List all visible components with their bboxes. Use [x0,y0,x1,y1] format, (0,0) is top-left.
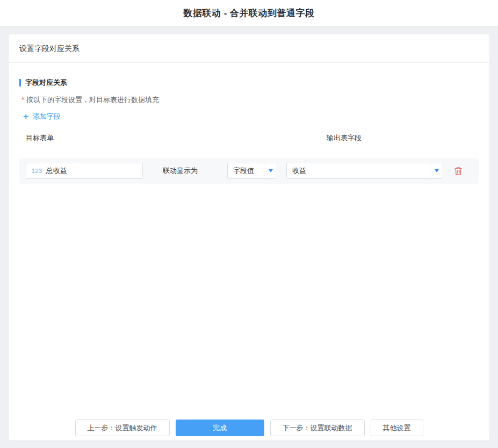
output-field-select[interactable]: 收益 [286,163,443,179]
column-header-target-form: 目标表单 [26,133,54,143]
finish-button[interactable]: 完成 [176,420,264,436]
panel-footer: 上一步：设置触发动作 完成 下一步：设置联动数据 其他设置 [9,415,489,440]
chevron-down-icon [430,163,443,178]
add-field-button[interactable]: ＋ 添加字段 [19,112,61,121]
panel-title: 设置字段对应关系 [19,44,80,53]
accent-bar [19,79,21,86]
display-as-label: 联动显示为 [163,166,198,176]
chevron-down-icon [264,163,277,178]
dialog-header: 数据联动 - 合并联动到普通字段 [0,0,498,27]
display-mode-value: 字段值 [228,166,264,176]
panel-header: 设置字段对应关系 [9,34,489,63]
target-field-value: 总收益 [46,166,67,176]
column-header-output-field: 输出表字段 [327,133,362,143]
field-mapping-row: 123 总收益 联动显示为 字段值 收益 [19,158,479,184]
page-title: 数据联动 - 合并联动到普通字段 [183,7,314,19]
table-header-row: 目标表单 输出表字段 [19,133,479,148]
output-field-value: 收益 [287,166,430,176]
other-settings-button[interactable]: 其他设置 [371,420,423,436]
trash-icon [454,167,463,176]
section-title: 字段对应关系 [19,78,479,88]
main-panel: 设置字段对应关系 字段对应关系 *按以下的字段设置，对目标表进行数据填充 ＋ 添… [9,34,489,440]
prev-step-button[interactable]: 上一步：设置触发动作 [75,420,170,436]
number-field-type-icon: 123 [32,168,42,174]
display-mode-select[interactable]: 字段值 [227,163,277,179]
target-field-input[interactable]: 123 总收益 [26,163,143,179]
panel-body: 字段对应关系 *按以下的字段设置，对目标表进行数据填充 ＋ 添加字段 目标表单 … [9,63,489,415]
section-description: *按以下的字段设置，对目标表进行数据填充 [19,95,479,105]
add-field-label: 添加字段 [33,112,61,121]
required-asterisk: * [21,96,24,104]
section-title-text: 字段对应关系 [25,78,67,88]
next-step-button[interactable]: 下一步：设置联动数据 [270,420,365,436]
section-description-text: 按以下的字段设置，对目标表进行数据填充 [26,96,159,104]
plus-icon: ＋ [21,112,30,121]
delete-row-button[interactable] [453,165,464,176]
